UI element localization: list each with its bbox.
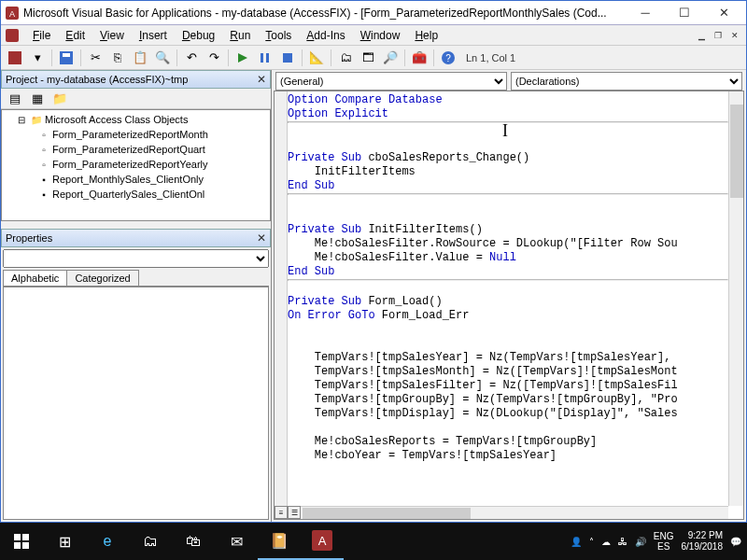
view-access-icon[interactable]: [5, 48, 25, 68]
form-icon: ▫: [37, 158, 50, 171]
language-indicator[interactable]: ENGES: [654, 531, 674, 552]
tab-alphabetic[interactable]: Alphabetic: [3, 270, 67, 286]
code-editor[interactable]: Option Compare Database Option Explicit …: [274, 91, 744, 520]
svg-rect-5: [63, 53, 70, 57]
help-icon[interactable]: ?: [438, 48, 458, 68]
mdi-restore[interactable]: ❐: [711, 29, 726, 42]
scroll-thumb[interactable]: [303, 508, 471, 519]
tree-item[interactable]: ▪Report_MonthlySales_ClientOnly: [4, 172, 268, 187]
app-icon: A: [5, 6, 20, 21]
object-dropdown[interactable]: (General): [275, 72, 507, 91]
app-taskbar-icon[interactable]: 📔: [258, 523, 301, 560]
form-icon: ▫: [37, 143, 50, 156]
menu-addins[interactable]: Add-Ins: [299, 27, 352, 44]
mail-icon[interactable]: ✉: [215, 523, 258, 560]
full-module-view-icon[interactable]: ☰: [288, 506, 301, 519]
minimize-button[interactable]: ─: [627, 3, 664, 23]
tree-item[interactable]: ▫Form_ParameterizedReportYearly: [4, 157, 268, 172]
task-view-icon[interactable]: ⊞: [43, 523, 86, 560]
taskbar[interactable]: ⊞ e 🗂 🛍 ✉ 📔 A 👤 ˄ ☁ 🖧 🔊 ENGES 9:22 PM6/1…: [0, 523, 747, 560]
svg-rect-15: [22, 542, 29, 549]
cut-icon[interactable]: ✂: [85, 48, 106, 68]
svg-rect-2: [6, 29, 19, 42]
network-icon[interactable]: 🖧: [618, 537, 627, 547]
procedure-view-icon[interactable]: ≡: [275, 506, 288, 519]
project-explorer-title[interactable]: Project - my-database (AccessFIX)~tmp ✕: [1, 70, 271, 89]
menu-run[interactable]: Run: [222, 27, 258, 44]
project-explorer-icon[interactable]: 🗂: [335, 48, 356, 68]
explorer-icon[interactable]: 🗂: [129, 523, 172, 560]
tree-item[interactable]: ▫Form_ParameterizedReportMonth: [4, 127, 268, 142]
horizontal-scrollbar[interactable]: [301, 506, 728, 519]
properties-close-icon[interactable]: ✕: [257, 231, 266, 245]
toolbar: ▾ ✂ ⎘ 📋 🔍 ↶ ↷ 📐 🗂 🗔 🔎 🧰 ? Ln 1, Col 1: [1, 46, 746, 70]
access-taskbar-icon[interactable]: A: [301, 523, 344, 560]
svg-marker-6: [238, 53, 247, 63]
scroll-thumb[interactable]: [730, 105, 743, 198]
minus-icon[interactable]: ⊟: [15, 113, 28, 126]
system-tray[interactable]: 👤 ˄ ☁ 🖧 🔊 ENGES 9:22 PM6/19/2018 💬: [571, 530, 747, 553]
clock[interactable]: 9:22 PM6/19/2018: [682, 530, 724, 553]
menu-debug[interactable]: Debug: [175, 27, 222, 44]
run-icon[interactable]: [233, 48, 253, 68]
menu-edit[interactable]: Edit: [58, 27, 92, 44]
svg-rect-13: [22, 534, 29, 540]
menu-help[interactable]: Help: [407, 27, 445, 44]
save-icon[interactable]: [56, 48, 77, 68]
window-title: Microsoft Visual Basic for Applications …: [23, 7, 627, 20]
menu-insert[interactable]: Insert: [132, 27, 175, 44]
code-area: (General) (Declarations) Option Compare …: [272, 70, 746, 522]
tray-up-icon[interactable]: ˄: [589, 537, 594, 547]
form-icon: ▫: [37, 128, 50, 141]
volume-icon[interactable]: 🔊: [635, 537, 646, 547]
titlebar[interactable]: A Microsoft Visual Basic for Application…: [1, 1, 746, 25]
people-icon[interactable]: 👤: [571, 537, 582, 547]
undo-icon[interactable]: ↶: [181, 48, 202, 68]
toggle-folders-icon[interactable]: 📁: [49, 89, 70, 109]
store-icon[interactable]: 🛍: [172, 523, 215, 560]
view-object-icon[interactable]: ▦: [27, 89, 48, 109]
menu-file[interactable]: File: [25, 27, 58, 44]
code-text[interactable]: Option Compare Database Option Explicit …: [288, 93, 728, 506]
redo-icon[interactable]: ↷: [204, 48, 224, 68]
view-code-icon[interactable]: ▤: [5, 89, 25, 109]
tree-item[interactable]: ▪Report_QuarterlySales_ClientOnl: [4, 187, 268, 202]
properties-grid[interactable]: [3, 287, 269, 520]
procedure-dropdown[interactable]: (Declarations): [511, 72, 742, 91]
edge-icon[interactable]: e: [86, 523, 129, 560]
svg-rect-12: [14, 534, 21, 540]
menubar: File Edit View Insert Debug Run Tools Ad…: [1, 25, 746, 46]
close-button[interactable]: ✕: [705, 3, 742, 23]
action-center-icon[interactable]: 💬: [730, 537, 741, 547]
project-close-icon[interactable]: ✕: [257, 73, 266, 86]
find-icon[interactable]: 🔍: [152, 48, 173, 68]
mdi-minimize[interactable]: ▁: [694, 29, 709, 42]
access-icon: [5, 28, 20, 43]
project-tree[interactable]: ⊟ 📁 Microsoft Access Class Objects ▫Form…: [1, 109, 271, 221]
object-browser-icon[interactable]: 🔎: [380, 48, 401, 68]
properties-window-icon[interactable]: 🗔: [358, 48, 378, 68]
tree-folder[interactable]: ⊟ 📁 Microsoft Access Class Objects: [4, 112, 268, 127]
menu-tools[interactable]: Tools: [258, 27, 299, 44]
reset-icon[interactable]: [277, 48, 298, 68]
toolbox-icon[interactable]: 🧰: [409, 48, 430, 68]
vertical-scrollbar[interactable]: [728, 91, 743, 506]
copy-icon[interactable]: ⎘: [107, 48, 128, 68]
design-mode-icon[interactable]: 📐: [306, 48, 327, 68]
start-button[interactable]: [0, 523, 43, 560]
tab-categorized[interactable]: Categorized: [66, 270, 138, 286]
svg-rect-8: [266, 53, 269, 63]
tree-item[interactable]: ▫Form_ParameterizedReportQuart: [4, 142, 268, 157]
insert-module-dropdown[interactable]: ▾: [27, 48, 48, 68]
mdi-close[interactable]: ✕: [727, 29, 742, 42]
properties-object-select[interactable]: [3, 249, 269, 268]
paste-icon[interactable]: 📋: [130, 48, 150, 68]
properties-title[interactable]: Properties ✕: [1, 229, 271, 247]
menu-window[interactable]: Window: [353, 27, 408, 44]
menu-view[interactable]: View: [92, 27, 132, 44]
maximize-button[interactable]: ☐: [666, 3, 703, 23]
break-icon[interactable]: [255, 48, 275, 68]
onedrive-icon[interactable]: ☁: [601, 537, 611, 547]
properties-panel: Properties ✕ Alphabetic Categorized: [1, 229, 271, 522]
svg-text:A: A: [9, 9, 15, 19]
